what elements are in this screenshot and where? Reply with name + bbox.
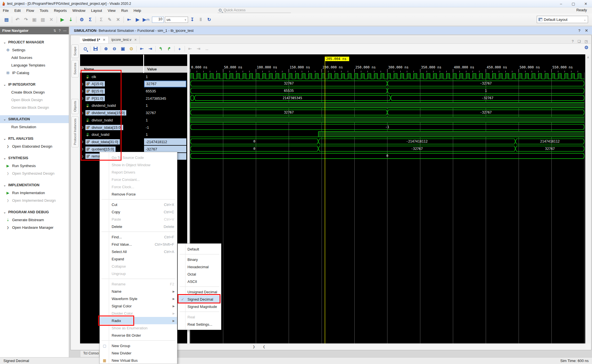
signal-value[interactable]: 1 — [144, 73, 186, 80]
signal-value[interactable]: 32767 — [144, 81, 186, 87]
signal-name-chip[interactable]: quotient[15:0] — [85, 147, 116, 152]
tab-ipcore-test-v[interactable]: ipcore_test.v✕ — [109, 36, 140, 43]
signal-row-dout-tvalid[interactable]: dout_tvalid1 — [80, 131, 187, 138]
context-menu-item-select-all[interactable]: Select AllCtrl+A — [100, 248, 177, 255]
signal-name-chip[interactable]: dividend_tdata[15:0] — [85, 110, 126, 116]
context-menu-item-expand[interactable]: Expand — [100, 255, 177, 263]
menubar-item-run[interactable]: Run — [118, 8, 131, 13]
flow-nav-item-run-implementation[interactable]: ▶Run Implementation — [0, 189, 69, 197]
zoom-in-icon[interactable]: ⊕ — [103, 45, 109, 52]
signal-row-divisor-tvalid[interactable]: divisor_tvalid1 — [80, 116, 187, 124]
flow-nav-item-language-templates[interactable]: Language Templates — [0, 61, 69, 69]
close-tab-icon[interactable]: ✕ — [103, 38, 105, 42]
expand-arrow-icon[interactable]: ❯ — [81, 97, 85, 100]
radix-option-default[interactable]: Default — [178, 245, 221, 253]
signal-row-p-31-0[interactable]: ❯P[31:0]2147385345 — [80, 95, 187, 102]
save-icon[interactable] — [92, 45, 99, 52]
radix-option-binary[interactable]: Binary — [178, 256, 221, 263]
flow-nav-item-settings[interactable]: ⚙Settings — [0, 46, 69, 54]
radix-option-real-settings[interactable]: Real Settings... — [178, 321, 221, 328]
signal-row-dividend-tdata-15-0[interactable]: ❯dividend_tdata[15:0]32767 — [80, 109, 187, 117]
signal-row-b-15-0[interactable]: ❯B[15:0]65535 — [80, 87, 187, 95]
minimize-button[interactable]: – — [555, 0, 567, 7]
tab-tcl-console[interactable]: Tcl Consol — [80, 350, 99, 357]
expand-arrow-icon[interactable]: ❯ — [81, 155, 85, 158]
signal-name-chip[interactable]: dout_tvalid — [85, 132, 111, 137]
wave-vertical-scrollbar[interactable]: ∧ — [585, 54, 591, 343]
expand-arrow-icon[interactable]: ❯ — [81, 112, 85, 114]
scroll-up-icon[interactable]: ∧ — [586, 54, 591, 59]
column-divider[interactable] — [143, 55, 144, 73]
name-column-header[interactable]: Name — [80, 66, 143, 72]
context-menu-item-new-virtual-bus[interactable]: ▦New Virtual Bus — [100, 357, 177, 364]
flow-nav-item-ip-catalog[interactable]: ⊞IP Catalog — [0, 69, 69, 77]
flow-nav-item-generate-bitstream[interactable]: ⇣Generate Bitstream — [0, 216, 69, 224]
signal-row-dividend-tvalid[interactable]: dividend_tvalid1 — [80, 102, 187, 109]
flow-nav-section-synthesis[interactable]: ⌄SYNTHESIS — [0, 154, 69, 162]
radix-option-hexadecimal[interactable]: Hexadecimal — [178, 263, 221, 270]
menubar-item-flow[interactable]: Flow — [23, 8, 37, 13]
expand-arrow-icon[interactable]: ❯ — [81, 90, 85, 92]
value-column-header[interactable]: Value — [143, 66, 157, 72]
side-tab-protocol-instances[interactable]: Protocol Instances — [71, 116, 79, 147]
signal-value[interactable]: 2147385345 — [144, 95, 186, 102]
waveform-canvas[interactable]: 0.000 ns50.000 ns100.000 ns150.000 ns200… — [190, 54, 586, 343]
expand-arrow-icon[interactable]: ❯ — [81, 140, 85, 143]
flow-nav-item-run-simulation[interactable]: Run Simulation — [0, 123, 69, 131]
time-cursor[interactable]: 205.004 ns — [325, 57, 349, 343]
help-icon[interactable]: ? — [59, 29, 61, 33]
menubar-item-edit[interactable]: Edit — [12, 8, 23, 13]
side-tab-objects[interactable]: Objects — [71, 99, 79, 114]
zoom-out-icon[interactable]: ⊖ — [111, 45, 118, 52]
quick-access-search[interactable]: Quick Access — [218, 7, 291, 13]
context-menu-item-new-divider[interactable]: New Divider — [100, 349, 177, 357]
radix-option-ascii[interactable]: ASCII — [178, 278, 221, 285]
context-menu-item-delete[interactable]: DeleteDelete — [100, 223, 177, 230]
flow-nav-section-ip-integrator[interactable]: ⌄IP INTEGRATOR — [0, 81, 69, 88]
context-menu-item-find-value[interactable]: Find Value...Ctrl+Shift+F — [100, 241, 177, 248]
context-menu-item-waveform-style[interactable]: Waveform Style▶ — [100, 295, 177, 302]
expand-arrow-icon[interactable]: ❯ — [81, 126, 85, 129]
signal-row-divisor-tdata-15-0[interactable]: ❯divisor_tdata[15:0]-1 — [80, 124, 187, 131]
chevron-right-icon[interactable]: ❯ — [253, 345, 255, 349]
flow-nav-item-add-sources[interactable]: Add Sources — [0, 54, 69, 61]
expand-arrow-icon[interactable]: ❯ — [81, 83, 85, 85]
signal-value[interactable]: -1 — [144, 124, 186, 131]
side-tab-scope[interactable]: Scope — [71, 45, 79, 58]
maximize-pane-icon[interactable]: ◳ — [585, 39, 588, 43]
signal-name-chip[interactable]: dout_tdata[31:0] — [85, 139, 120, 145]
signal-value[interactable]: 65535 — [144, 88, 186, 94]
signal-name-chip[interactable]: P[31:0] — [85, 96, 105, 101]
flow-nav-section-simulation[interactable]: ⌄SIMULATION — [0, 115, 69, 123]
flow-nav-section-rtl-analysis[interactable]: ⌄RTL ANALYSIS — [0, 135, 69, 143]
go-to-end-icon[interactable]: ⇥ — [147, 45, 154, 52]
signal-value[interactable]: 1 — [144, 117, 186, 123]
add-marker-icon[interactable]: + — [176, 45, 183, 52]
flow-nav-item-create-block-design[interactable]: Create Block Design — [0, 88, 69, 96]
signal-name-chip[interactable]: divisor_tvalid — [85, 117, 114, 123]
menubar-item-file[interactable]: File — [0, 8, 12, 13]
context-menu-item-reverse-bit-order[interactable]: Reverse Bit Order — [100, 332, 177, 339]
minimize-panel-icon[interactable]: — — [63, 29, 67, 33]
open-project-icon[interactable]: ▤ — [3, 16, 10, 23]
previous-view-icon[interactable]: ↰ — [157, 45, 164, 52]
sum-icon[interactable]: Σ — [87, 16, 94, 23]
signal-row-clk[interactable]: clk1 — [80, 73, 187, 80]
signal-value[interactable]: 32767 — [144, 110, 186, 116]
run-icon[interactable]: ▶ — [59, 16, 66, 23]
signal-name-chip[interactable]: clk — [85, 74, 98, 79]
restart-sim-icon[interactable]: ⇤ — [125, 16, 133, 23]
radix-option-signed-magnitude[interactable]: Signed Magnitude — [178, 303, 221, 310]
context-menu-item-radix[interactable]: Radix▶ — [100, 317, 177, 324]
zoom-to-cursor-icon[interactable]: ⊙ — [128, 45, 135, 52]
radix-option-signed-decimal[interactable]: ✓Signed Decimal — [178, 296, 221, 303]
maximize-button[interactable]: ▢ — [567, 0, 580, 7]
help-icon[interactable]: ? — [578, 28, 580, 33]
signal-row-a-15-0[interactable]: ❯A[15:0]32767 — [80, 80, 187, 88]
float-window-icon[interactable]: ❏ — [578, 39, 581, 43]
menubar-item-tools[interactable]: Tools — [37, 8, 51, 13]
signal-name-chip[interactable]: divisor_tdata[15:0] — [85, 125, 123, 130]
signal-name-chip[interactable]: dividend_tvalid — [85, 103, 118, 108]
close-tab-icon[interactable]: ✕ — [134, 38, 137, 42]
context-menu-item-cut[interactable]: CutCtrl+X — [100, 201, 177, 208]
